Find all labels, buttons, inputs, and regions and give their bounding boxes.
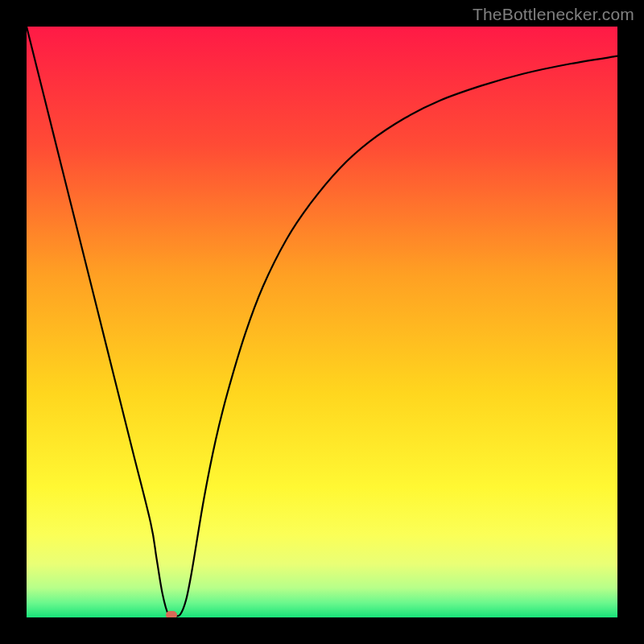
chart-frame: TheBottlenecker.com (0, 0, 644, 644)
optimal-point-marker (166, 611, 177, 617)
watermark-text: TheBottlenecker.com (473, 5, 634, 24)
bottleneck-curve (27, 27, 617, 617)
plot-area (27, 27, 617, 617)
